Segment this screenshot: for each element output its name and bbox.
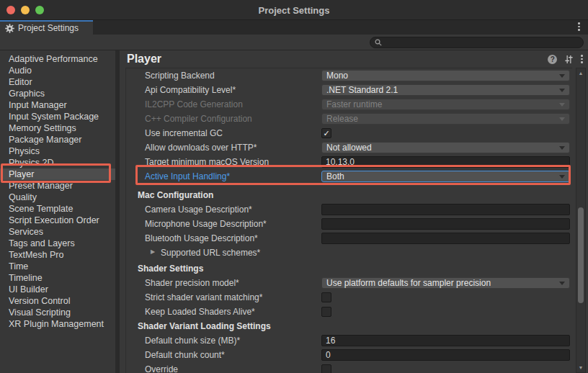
more-icon[interactable] <box>578 22 580 31</box>
dropdown-api-compatibility-level[interactable]: .NET Standard 2.1 <box>321 84 570 96</box>
settings-row-shader-precision-model: Shader precision model*Use platform defa… <box>126 276 572 290</box>
dropdown-value: .NET Standard 2.1 <box>326 85 559 95</box>
sidebar-item-textmesh-pro[interactable]: TextMesh Pro <box>0 249 115 261</box>
checkbox-strict-shader-variant-matching[interactable] <box>321 292 331 302</box>
row-label: Override <box>145 364 178 373</box>
dropdown-value: Both <box>326 171 559 181</box>
sidebar-item-timeline[interactable]: Timeline <box>0 272 115 284</box>
dropdown-scripting-backend[interactable]: Mono <box>321 70 570 81</box>
section-header-shader-settings: Shader Settings <box>126 261 572 276</box>
toolbar <box>0 35 588 50</box>
titlebar: Project Settings <box>0 0 588 20</box>
row-label: Api Compatibility Level* <box>145 85 236 95</box>
more-icon[interactable] <box>581 55 583 63</box>
text-field-default-chunk-size-mb[interactable]: 16 <box>321 335 570 346</box>
settings-row-default-chunk-size-mb: Default chunk size (MB)*16 <box>126 333 572 348</box>
text-field-target-minimum-macos-version[interactable]: 10.13.0 <box>321 156 570 168</box>
sidebar-item-tags-and-layers[interactable]: Tags and Layers <box>0 238 115 249</box>
page-title: Player <box>127 53 548 66</box>
chevron-down-icon <box>559 103 565 107</box>
chevron-down-icon <box>559 89 565 92</box>
sidebar-item-physics[interactable]: Physics <box>0 145 115 157</box>
search-icon <box>375 39 382 46</box>
row-label: Scripting Backend <box>145 71 215 81</box>
sidebar-item-visual-scripting[interactable]: Visual Scripting <box>0 307 115 318</box>
row-label: Keep Loaded Shaders Alive* <box>145 307 255 317</box>
dropdown-shader-precision-model[interactable]: Use platform defaults for sampler precis… <box>321 277 570 289</box>
dropdown-value: Mono <box>326 71 559 81</box>
settings-row-microphone-usage-description: Microphone Usage Description* <box>126 217 572 231</box>
help-icon[interactable]: ? <box>548 55 557 64</box>
settings-row-camera-usage-description: Camera Usage Description* <box>126 202 572 217</box>
text-field-default-chunk-count[interactable]: 0 <box>321 349 570 361</box>
sidebar-item-memory-settings[interactable]: Memory Settings <box>0 122 115 134</box>
project-settings-window: Project Settings <box>0 0 588 373</box>
sidebar-item-services[interactable]: Services <box>0 226 115 238</box>
checkbox-use-incremental-gc[interactable]: ✓ <box>321 128 331 138</box>
dropdown-value: Faster runtime <box>326 99 559 109</box>
sidebar-item-preset-manager[interactable]: Preset Manager <box>0 180 115 192</box>
scroll-up-icon[interactable]: ▲ <box>576 71 585 76</box>
sidebar-item-package-manager[interactable]: Package Manager <box>0 134 115 145</box>
row-label: Supported URL schemes* <box>161 248 260 258</box>
settings-rows: Scripting BackendMonoApi Compatibility L… <box>125 68 572 373</box>
section-header-mac-configuration: Mac Configuration <box>126 188 572 202</box>
dropdown-c-compiler-configuration: Release <box>321 113 570 125</box>
row-label: C++ Compiler Configuration <box>145 114 252 124</box>
sidebar-item-quality[interactable]: Quality <box>0 192 115 203</box>
row-label: Default chunk count* <box>145 350 225 360</box>
settings-row-default-chunk-count: Default chunk count*0 <box>126 348 572 362</box>
scrollbar-thumb[interactable] <box>578 207 584 303</box>
settings-row-override: Override <box>126 362 572 373</box>
row-label: Use incremental GC <box>145 128 223 138</box>
dropdown-active-input-handling[interactable]: Both <box>321 171 570 182</box>
chevron-down-icon <box>559 175 565 179</box>
dropdown-allow-downloads-over-http[interactable]: Not allowed <box>321 142 570 153</box>
text-field-bluetooth-usage-description[interactable] <box>321 233 570 244</box>
row-label: Microphone Usage Description* <box>145 219 267 229</box>
sidebar-item-scene-template[interactable]: Scene Template <box>0 203 115 215</box>
sidebar-item-audio[interactable]: Audio <box>0 65 115 76</box>
vertical-scrollbar[interactable]: ▲ ▼ <box>576 68 586 373</box>
dropdown-value: Not allowed <box>326 143 559 153</box>
tab-bar: Project Settings <box>0 20 588 35</box>
tab-label: Project Settings <box>18 23 79 33</box>
sidebar-item-adaptive-performance[interactable]: Adaptive Performance <box>0 53 115 65</box>
sidebar-item-editor[interactable]: Editor <box>0 76 115 88</box>
search-box[interactable] <box>370 37 584 48</box>
text-field-microphone-usage-description[interactable] <box>321 218 570 230</box>
row-label: Allow downloads over HTTP* <box>145 143 257 153</box>
tab-project-settings[interactable]: Project Settings <box>0 20 93 35</box>
scroll-down-icon[interactable]: ▼ <box>576 365 585 370</box>
sidebar-item-version-control[interactable]: Version Control <box>0 295 115 307</box>
presets-icon[interactable] <box>564 55 574 64</box>
settings-row-supported-url-schemes: ▶Supported URL schemes* <box>126 246 572 260</box>
sidebar-item-input-manager[interactable]: Input Manager <box>0 99 115 111</box>
row-label: Target minimum macOS Version <box>145 157 269 167</box>
settings-row-allow-downloads-over-http: Allow downloads over HTTP*Not allowed <box>126 140 572 155</box>
search-input[interactable] <box>385 38 579 47</box>
sidebar-item-script-execution-order[interactable]: Script Execution Order <box>0 215 115 226</box>
dropdown-value: Use platform defaults for sampler precis… <box>326 278 559 288</box>
sidebar-item-xr-plugin-management[interactable]: XR Plugin Management <box>0 318 115 330</box>
settings-row-api-compatibility-level: Api Compatibility Level*.NET Standard 2.… <box>126 83 572 97</box>
settings-row-c-compiler-configuration: C++ Compiler ConfigurationRelease <box>126 112 572 126</box>
sidebar-item-player[interactable]: Player <box>0 168 115 180</box>
sidebar-item-graphics[interactable]: Graphics <box>0 88 115 99</box>
sidebar-item-ui-builder[interactable]: UI Builder <box>0 284 115 295</box>
dropdown-value: Release <box>326 114 559 124</box>
row-label: Bluetooth Usage Description* <box>145 233 258 243</box>
row-label: Strict shader variant matching* <box>145 292 262 302</box>
settings-row-active-input-handling: Active Input Handling*Both <box>126 169 572 184</box>
checkbox-keep-loaded-shaders-alive[interactable] <box>321 307 331 317</box>
section-header-shader-variant-loading-settings: Shader Variant Loading Settings <box>126 319 572 333</box>
sidebar-item-physics-2d[interactable]: Physics 2D <box>0 157 115 168</box>
text-field-camera-usage-description[interactable] <box>321 204 570 215</box>
chevron-down-icon <box>559 117 565 121</box>
sidebar-item-time[interactable]: Time <box>0 261 115 272</box>
sidebar-item-input-system-package[interactable]: Input System Package <box>0 111 115 122</box>
panel-header: Player ? <box>120 50 588 68</box>
foldout-arrow-icon[interactable]: ▶ <box>151 248 155 255</box>
chevron-down-icon <box>559 146 565 150</box>
checkbox-override[interactable] <box>321 364 331 373</box>
